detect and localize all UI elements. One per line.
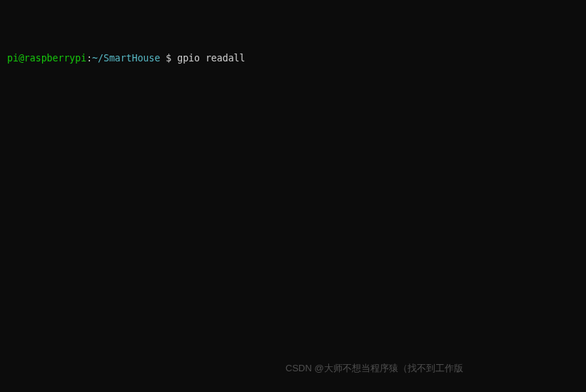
command-input[interactable]: gpio readall xyxy=(177,53,245,64)
prompt-user: pi@raspberrypi xyxy=(7,53,86,64)
prompt-path: ~/SmartHouse xyxy=(92,53,160,64)
shell-prompt: pi@raspberrypi:~/SmartHouse $ xyxy=(7,53,177,64)
prompt-dollar: $ xyxy=(160,53,177,64)
prompt-sep: : xyxy=(86,53,92,64)
